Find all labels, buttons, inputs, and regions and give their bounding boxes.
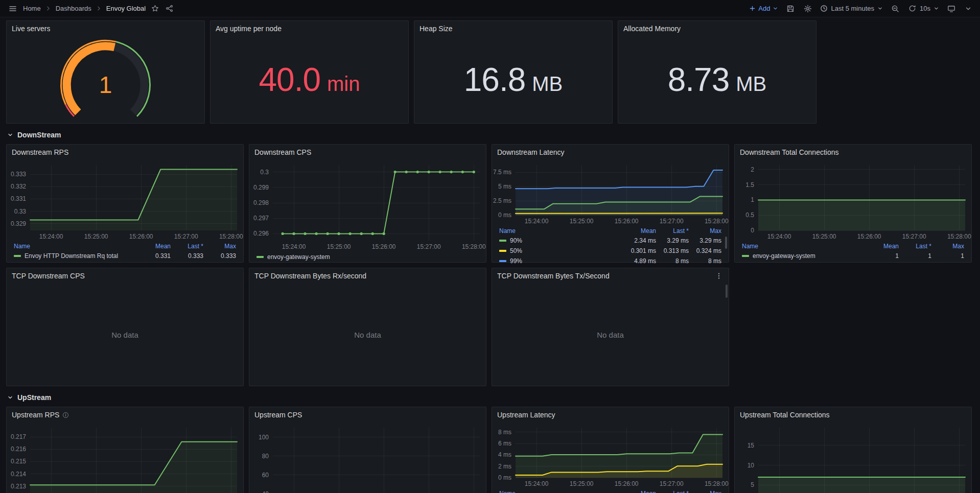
panel-header[interactable]: Live servers (7, 21, 204, 36)
legend-col[interactable]: Mean (623, 227, 656, 234)
panel-scrollbar[interactable] (726, 285, 728, 298)
kiosk-mode-button[interactable] (946, 4, 956, 14)
svg-text:0 ms: 0 ms (498, 474, 511, 481)
add-button[interactable]: Add (749, 5, 778, 12)
zoom-out-icon (891, 5, 899, 13)
svg-text:15:24:00: 15:24:00 (767, 233, 791, 240)
panel-downstream-latency: Downstream Latency 0 ms2.5 ms5 ms7.5 ms1… (492, 144, 729, 263)
downstream-cps-legend: envoy-gateway-system (249, 252, 486, 262)
nav-left-group: Home Dashboards Envoy Global (7, 3, 174, 14)
panel-header[interactable]: Downstream Latency (492, 145, 729, 160)
hamburger-icon (8, 4, 17, 13)
zoom-out-button[interactable] (890, 4, 900, 14)
legend-col-name[interactable]: Name (499, 227, 623, 234)
breadcrumb-current-dashboard: Envoy Global (106, 5, 146, 12)
chevron-down-icon (965, 5, 972, 12)
panel-header[interactable]: TCP Downstream CPS (7, 268, 243, 284)
legend-row[interactable]: 50%0.301 ms0.313 ms0.324 ms (499, 246, 721, 256)
legend-row[interactable]: 99%4.89 ms8 ms8 ms (499, 256, 721, 263)
svg-text:0.329: 0.329 (11, 220, 26, 227)
legend-row[interactable]: Envoy HTTP Downstream Rq total0.3310.333… (14, 251, 236, 261)
svg-text:4 ms: 4 ms (498, 451, 511, 458)
series-swatch (14, 255, 21, 257)
share-button[interactable] (165, 4, 174, 13)
time-range-picker[interactable]: Last 5 minutes (820, 5, 883, 12)
section-row-upstream[interactable]: UpStream (7, 391, 973, 404)
legend-row[interactable]: envoy-gateway-system111 (742, 251, 964, 261)
svg-text:2: 2 (751, 166, 754, 173)
legend-col-name[interactable]: Name (499, 490, 623, 493)
panel-tcp-downstream-bytes-tx: TCP Downstream Bytes Tx/Second No data (492, 268, 729, 386)
save-dashboard-button[interactable] (785, 4, 796, 14)
svg-text:60: 60 (262, 472, 269, 479)
svg-text:15:27:00: 15:27:00 (660, 480, 684, 487)
downstream-latency-chart[interactable]: 0 ms2.5 ms5 ms7.5 ms15:24:0015:25:0015:2… (492, 160, 729, 226)
collapse-toolbar-button[interactable] (964, 4, 973, 13)
panel-header[interactable]: Allocated Memory (618, 21, 816, 36)
refresh-icon (908, 5, 916, 12)
panel-header[interactable]: Avg uptime per node (211, 21, 408, 36)
monitor-icon (947, 5, 955, 13)
upstream-cps-chart[interactable]: 40608010015:24:0015:25:0015:26:0015:27:0… (249, 422, 486, 493)
legend-scrollbar[interactable] (725, 237, 727, 249)
panel-header[interactable]: Heap Size (414, 21, 612, 36)
svg-text:0.299: 0.299 (253, 184, 269, 191)
refresh-interval-picker[interactable]: 10s (920, 5, 939, 12)
breadcrumb-separator-icon (45, 5, 52, 12)
chart-svg: 0 ms2 ms4 ms6 ms8 ms15:24:0015:25:0015:2… (492, 422, 729, 489)
panel-header[interactable]: TCP Downstream Bytes Rx/second (249, 268, 486, 284)
section-label: DownStream (17, 131, 61, 139)
legend-col[interactable]: Mean (623, 490, 656, 493)
legend-col[interactable]: Last * (899, 243, 931, 250)
legend-col[interactable]: Max (203, 243, 236, 250)
refresh-button[interactable] (907, 4, 917, 13)
info-icon[interactable] (62, 412, 69, 418)
legend-col[interactable]: Max (689, 490, 721, 493)
upstream-latency-chart[interactable]: 0 ms2 ms4 ms6 ms8 ms15:24:0015:25:0015:2… (492, 422, 729, 489)
breadcrumb-dashboards[interactable]: Dashboards (56, 5, 91, 12)
panel-title: Live servers (12, 25, 50, 33)
legend-col[interactable]: Last * (171, 243, 203, 250)
legend-col[interactable]: Last * (656, 490, 689, 493)
svg-text:0.332: 0.332 (11, 183, 26, 190)
svg-text:15:25:00: 15:25:00 (84, 233, 108, 240)
legend-col[interactable]: Mean (866, 243, 899, 250)
legend-col[interactable]: Mean (138, 243, 171, 250)
legend-row[interactable]: 90%2.34 ms3.29 ms3.29 ms (499, 236, 721, 246)
panel-header[interactable]: Upstream RPS (7, 407, 243, 422)
panel-header[interactable]: Downstream Total Connections (735, 145, 971, 160)
legend-col[interactable]: Max (931, 243, 964, 250)
svg-text:15:28:00: 15:28:00 (219, 233, 243, 240)
downstream-cps-chart[interactable]: 0.2960.2970.2980.2990.315:24:0015:25:001… (249, 160, 486, 252)
legend-col[interactable]: Last * (656, 227, 689, 234)
breadcrumb-home[interactable]: Home (23, 5, 41, 12)
panel-header[interactable]: Downstream RPS (7, 145, 243, 160)
upstream-rps-chart[interactable]: 0.2130.2140.2150.2160.21715:24:0015:25:0… (7, 422, 243, 493)
stat-display: 8.73 MB (618, 36, 816, 123)
section-row-downstream[interactable]: DownStream (7, 129, 973, 141)
svg-text:10: 10 (748, 462, 755, 469)
panel-header[interactable]: Upstream CPS (249, 407, 486, 422)
panel-header[interactable]: Upstream Total Connections (735, 407, 971, 422)
svg-text:0.217: 0.217 (11, 433, 26, 440)
downstream-rps-chart[interactable]: 0.3290.330.3310.3320.33315:24:0015:25:00… (7, 160, 243, 242)
downstream-latency-legend: NameMeanLast *Max90%2.34 ms3.29 ms3.29 m… (492, 226, 729, 263)
legend-col[interactable]: Max (689, 227, 721, 234)
svg-text:0.331: 0.331 (11, 195, 26, 202)
favorite-star-button[interactable] (150, 4, 160, 13)
downstream-total-connections-chart[interactable]: 00.511.5215:24:0015:25:0015:26:0015:27:0… (735, 160, 971, 242)
dashboard-settings-button[interactable] (803, 4, 813, 14)
panel-menu-button[interactable] (714, 271, 724, 280)
panel-header[interactable]: Downstream CPS (249, 145, 486, 160)
legend-item[interactable]: envoy-gateway-system (256, 252, 479, 262)
panel-header[interactable]: TCP Downstream Bytes Tx/Second (492, 268, 729, 284)
panel-title: Upstream CPS (254, 411, 302, 419)
panel-header[interactable]: Upstream Latency (492, 407, 729, 422)
legend-col-name[interactable]: Name (14, 243, 138, 250)
upstream-total-connections-chart[interactable]: 5101515:24:0015:25:0015:26:0015:27:0015:… (735, 422, 971, 493)
menu-toggle-button[interactable] (7, 3, 18, 14)
svg-text:7.5 ms: 7.5 ms (493, 169, 511, 176)
svg-text:0.333: 0.333 (11, 171, 26, 178)
legend-col-name[interactable]: Name (742, 243, 866, 250)
panel-title: Downstream Latency (497, 148, 565, 156)
